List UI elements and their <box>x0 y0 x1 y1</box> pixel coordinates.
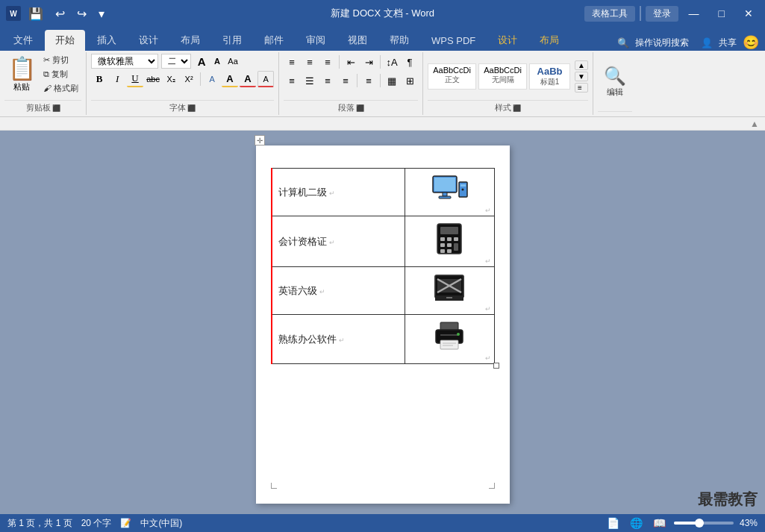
border-para-btn[interactable]: ⊞ <box>402 72 418 89</box>
tab-design[interactable]: 设计 <box>128 30 169 51</box>
clipboard-expand-icon[interactable]: ⬛ <box>52 104 60 112</box>
svg-rect-3 <box>439 196 451 198</box>
para-expand-icon[interactable]: ⬛ <box>356 104 364 112</box>
table-tool-label: 表格工具 <box>584 6 635 22</box>
ruler-collapse-btn[interactable]: ▲ <box>750 119 759 129</box>
border-btn[interactable]: A <box>257 71 274 87</box>
document-page: ✛ 计算机二级 ↵ <box>256 145 510 504</box>
style-more-btn[interactable]: ≡ <box>575 83 588 93</box>
grow-font-btn[interactable]: A <box>194 54 209 69</box>
align-left-btn[interactable]: ≡ <box>284 72 300 89</box>
redo-btn[interactable]: ↪ <box>72 5 91 22</box>
quick-save-btn[interactable]: 💾 <box>24 5 48 22</box>
styles-group-label: 样式 ⬛ <box>428 100 588 115</box>
title-bar: W 💾 ↩ ↪ ▾ 新建 DOCX 文档 - Word 表格工具 登录 — □ … <box>0 0 765 27</box>
paste-btn[interactable]: 📋 粘贴 <box>4 54 39 94</box>
login-btn[interactable]: 登录 <box>646 6 678 22</box>
svg-rect-9 <box>440 237 445 241</box>
cut-btn[interactable]: ✂ 剪切 <box>40 54 81 66</box>
line-spacing-btn[interactable]: ≡ <box>360 72 377 89</box>
view-print-btn[interactable]: 📄 <box>605 517 622 529</box>
title-bar-right: 表格工具 登录 — □ ✕ <box>584 4 765 22</box>
share-label[interactable]: 共享 <box>719 37 737 49</box>
svg-rect-27 <box>440 340 458 349</box>
zoom-slider[interactable] <box>674 522 734 525</box>
tab-view[interactable]: 视图 <box>337 30 378 51</box>
quick-more-btn[interactable]: ▾ <box>94 5 109 22</box>
user-icon[interactable]: 👤 <box>701 37 713 48</box>
font-expand-icon[interactable]: ⬛ <box>187 104 196 112</box>
tab-home[interactable]: 开始 <box>45 30 85 51</box>
font-color-btn[interactable]: A <box>240 71 256 87</box>
svg-rect-16 <box>447 249 452 253</box>
sort-btn[interactable]: ↕A <box>384 54 400 70</box>
view-read-btn[interactable]: 📖 <box>651 517 668 529</box>
svg-rect-5 <box>460 184 466 187</box>
justify-btn[interactable]: ≡ <box>337 72 354 89</box>
show-marks-btn[interactable]: ¶ <box>402 54 418 70</box>
highlight-btn[interactable]: A <box>222 71 238 87</box>
tab-help[interactable]: 帮助 <box>379 30 419 51</box>
increase-indent-btn[interactable]: ⇥ <box>360 54 377 70</box>
tab-review[interactable]: 审阅 <box>296 30 336 51</box>
style-scroll-up-btn[interactable]: ▲ <box>575 60 588 70</box>
tab-mail[interactable]: 邮件 <box>254 30 294 51</box>
bold-btn[interactable]: B <box>91 71 107 87</box>
table-row: 英语六级 ↵ <box>272 267 495 315</box>
tab-references[interactable]: 引用 <box>212 30 252 51</box>
svg-rect-26 <box>440 334 458 336</box>
clear-format-btn[interactable]: Aa <box>225 54 240 69</box>
shading-btn[interactable]: ▦ <box>384 72 400 89</box>
font-group-label: 字体 ⬛ <box>91 100 274 115</box>
copy-btn[interactable]: ⧉ 复制 <box>40 68 81 81</box>
superscript-btn[interactable]: X² <box>181 71 197 87</box>
editing-buttons: 🔍 编辑 <box>598 54 632 111</box>
multi-list-btn[interactable]: ≡ <box>319 54 336 70</box>
shrink-font-btn[interactable]: A <box>210 54 225 69</box>
table-container: 计算机二级 ↵ <box>271 168 495 364</box>
maximize-btn[interactable]: □ <box>710 4 734 22</box>
search-icon[interactable]: 🔍 <box>617 37 629 48</box>
zoom-thumb[interactable] <box>695 519 704 528</box>
emoji-btn[interactable]: 😊 <box>743 34 759 51</box>
font-size-select[interactable]: 二号 <box>161 54 191 69</box>
cell-text-4: 熟练办公软件 ↵ <box>272 315 405 364</box>
format-painter-btn[interactable]: 🖌 格式刷 <box>40 82 81 95</box>
decrease-indent-btn[interactable]: ⇤ <box>343 54 359 70</box>
tab-file[interactable]: 文件 <box>3 30 43 51</box>
style-nospace[interactable]: AaBbCcDi 无间隔 <box>478 63 527 90</box>
style-heading1[interactable]: AaBb 标题1 <box>529 63 570 90</box>
style-scroll-down-btn[interactable]: ▼ <box>575 72 588 81</box>
tab-table-design[interactable]: 设计 <box>487 30 528 51</box>
printer-icon <box>433 321 466 352</box>
spell-check-icon[interactable]: 📝 <box>120 518 131 528</box>
clipboard-group-label: 剪贴板 ⬛ <box>4 100 81 115</box>
lang-label: 中文(中国) <box>140 517 182 530</box>
undo-btn[interactable]: ↩ <box>51 5 69 22</box>
italic-btn[interactable]: I <box>109 71 125 87</box>
align-center-btn[interactable]: ☰ <box>302 72 318 89</box>
tab-table-layout[interactable]: 布局 <box>529 30 569 51</box>
underline-btn[interactable]: U <box>127 71 143 87</box>
number-list-btn[interactable]: ≡ <box>302 54 318 70</box>
bullet-list-btn[interactable]: ≡ <box>284 54 300 70</box>
text-effect-btn[interactable]: A <box>204 71 220 87</box>
tab-layout[interactable]: 布局 <box>170 30 210 51</box>
strikethrough-btn[interactable]: abc <box>145 71 161 87</box>
styles-expand-icon[interactable]: ⬛ <box>513 104 521 112</box>
subscript-btn[interactable]: X₂ <box>163 71 179 87</box>
close-btn[interactable]: ✕ <box>735 4 762 22</box>
minimize-btn[interactable]: — <box>680 4 708 22</box>
tab-insert[interactable]: 插入 <box>87 30 127 51</box>
font-name-select[interactable]: 微软雅黑 <box>91 54 158 69</box>
table-move-handle[interactable]: ✛ <box>255 135 265 145</box>
paragraph-buttons: ≡ ≡ ≡ ⇤ ⇥ ↕A ¶ ≡ ☰ ≡ ≡ ≡ <box>284 54 418 100</box>
clipboard-buttons: 📋 粘贴 ✂ 剪切 ⧉ 复制 🖌 格式刷 <box>4 54 81 100</box>
view-web-btn[interactable]: 🌐 <box>628 517 645 529</box>
svg-point-6 <box>461 189 463 191</box>
table-resize-handle[interactable] <box>493 363 499 369</box>
edit-btn[interactable]: 🔍 编辑 <box>598 63 632 101</box>
align-right-btn[interactable]: ≡ <box>319 72 336 89</box>
tab-wpspdf[interactable]: WPS PDF <box>421 30 486 51</box>
style-normal[interactable]: AaBbCcDi 正文 <box>428 63 476 90</box>
